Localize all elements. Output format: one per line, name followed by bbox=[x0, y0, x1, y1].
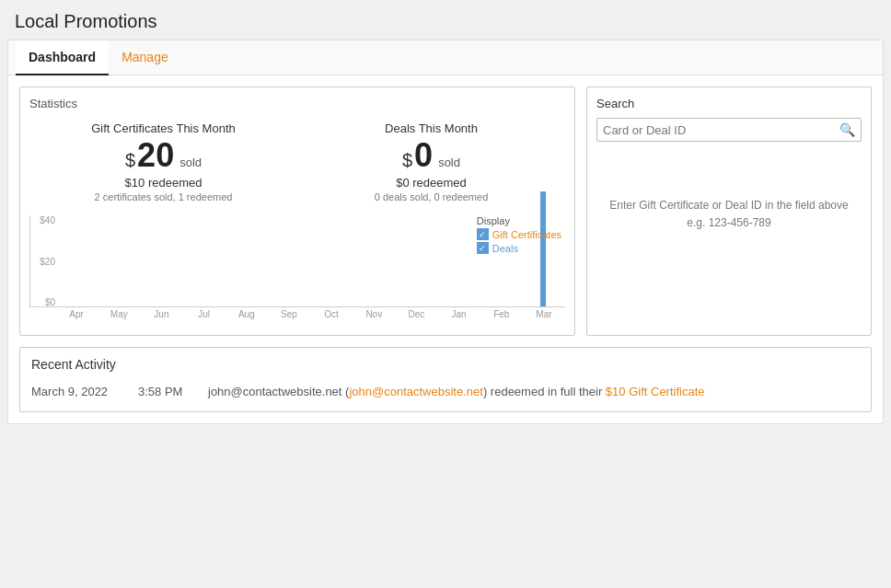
gc-title: Gift Certificates This Month bbox=[37, 121, 290, 135]
deals-redeemed: $0 redeemed bbox=[305, 176, 558, 190]
chart-x-label: Jan bbox=[438, 309, 480, 319]
chart-x-label: Apr bbox=[55, 309, 98, 319]
search-input-wrap: 🔍 bbox=[596, 118, 862, 142]
gc-sub: 2 certificates sold, 1 redeemed bbox=[37, 191, 290, 202]
statistics-panel: Statistics Gift Certificates This Month … bbox=[19, 86, 575, 336]
bar-group bbox=[387, 215, 431, 306]
gc-legend-label: Gift Certificates bbox=[492, 229, 561, 240]
search-panel: Search 🔍 Enter Gift Certificate or Deal … bbox=[586, 86, 872, 336]
search-hint: Enter Gift Certificate or Deal ID in the… bbox=[596, 197, 862, 232]
recent-activity-panel: Recent Activity March 9, 2022 3:58 PM jo… bbox=[19, 347, 872, 412]
chart-x-label: Sep bbox=[268, 309, 310, 319]
chart-x-label: Mar bbox=[523, 309, 565, 319]
legend-gc: ✓ Gift Certificates bbox=[477, 228, 561, 240]
deals-suffix: sold bbox=[438, 156, 460, 169]
chart-x-label: Oct bbox=[310, 309, 353, 319]
bar-group bbox=[342, 215, 387, 306]
content-area: Statistics Gift Certificates This Month … bbox=[8, 75, 883, 423]
chart-x-label: Aug bbox=[226, 309, 268, 319]
bar-group bbox=[209, 215, 253, 306]
deals-stat: Deals This Month $ 0 sold $0 redeemed 0 … bbox=[297, 118, 565, 206]
display-label: Display bbox=[477, 215, 561, 226]
gift-certificates-stat: Gift Certificates This Month $ 20 sold $… bbox=[29, 118, 297, 206]
bar-group bbox=[164, 215, 208, 306]
chart-x-label: Jun bbox=[140, 309, 182, 319]
chart-x-labels: AprMayJunJulAugSepOctNovDecJanFebMar bbox=[55, 309, 565, 319]
activity-email-link[interactable]: john@contactwebsite.net bbox=[349, 385, 482, 398]
chart-with-labels: $40 $20 $0 Display bbox=[29, 215, 565, 307]
page-header: Local Promotions bbox=[0, 0, 891, 40]
activity-email-plain: john@contactwebsite.net bbox=[208, 385, 341, 398]
deals-title: Deals This Month bbox=[305, 121, 558, 135]
chart-x-label: Nov bbox=[353, 309, 395, 319]
chart-area: $40 $20 $0 Display bbox=[29, 215, 565, 326]
search-icon: 🔍 bbox=[839, 122, 855, 137]
gc-prefix: $ bbox=[125, 150, 135, 171]
bar-group bbox=[298, 215, 342, 306]
gc-redeemed: $10 redeemed bbox=[37, 176, 290, 190]
recent-activity-title: Recent Activity bbox=[31, 357, 860, 372]
activity-cert-link[interactable]: $10 Gift Certificate bbox=[606, 385, 705, 398]
activity-description: john@contactwebsite.net (john@contactweb… bbox=[208, 385, 860, 398]
two-col-layout: Statistics Gift Certificates This Month … bbox=[19, 86, 872, 336]
search-hint-line2: e.g. 123-456-789 bbox=[687, 216, 770, 229]
stats-grid: Gift Certificates This Month $ 20 sold $… bbox=[29, 118, 565, 206]
deals-checkbox[interactable]: ✓ bbox=[477, 242, 489, 254]
statistics-section-label: Statistics bbox=[29, 97, 565, 110]
display-legend: Display ✓ Gift Certificates ✓ Deals bbox=[477, 215, 561, 256]
chart-x-label: May bbox=[98, 309, 140, 319]
chart-x-label: Jul bbox=[183, 309, 226, 319]
chart-x-label: Feb bbox=[480, 309, 523, 319]
legend-deals: ✓ Deals bbox=[477, 242, 561, 254]
tab-manage[interactable]: Manage bbox=[109, 40, 181, 75]
tabs: Dashboard Manage bbox=[8, 40, 883, 75]
gc-checkbox[interactable]: ✓ bbox=[477, 228, 489, 240]
search-hint-line1: Enter Gift Certificate or Deal ID in the… bbox=[609, 199, 848, 212]
bar-group bbox=[120, 215, 164, 306]
activity-date: March 9, 2022 bbox=[31, 385, 123, 398]
search-input[interactable] bbox=[603, 123, 839, 137]
deals-amount: 0 bbox=[414, 139, 433, 172]
gc-amount: 20 bbox=[137, 139, 174, 172]
deals-sub: 0 deals sold, 0 redeemed bbox=[305, 191, 558, 202]
main-card: Dashboard Manage Statistics Gift Certifi… bbox=[7, 40, 884, 424]
activity-desc-text: redeemed in full their bbox=[491, 385, 606, 398]
activity-time: 3:58 PM bbox=[138, 385, 193, 398]
bar-group bbox=[253, 215, 297, 306]
search-title: Search bbox=[596, 97, 862, 110]
deals-prefix: $ bbox=[402, 150, 412, 171]
chart-x-label: Dec bbox=[395, 309, 437, 319]
page-title: Local Promotions bbox=[15, 11, 876, 32]
bar-group bbox=[432, 215, 476, 306]
deals-legend-label: Deals bbox=[492, 243, 518, 254]
table-row: March 9, 2022 3:58 PM john@contactwebsit… bbox=[31, 381, 860, 402]
bar-group bbox=[30, 215, 75, 306]
tab-dashboard[interactable]: Dashboard bbox=[16, 40, 109, 75]
gc-suffix: sold bbox=[179, 156, 202, 169]
bar-group bbox=[75, 215, 119, 306]
